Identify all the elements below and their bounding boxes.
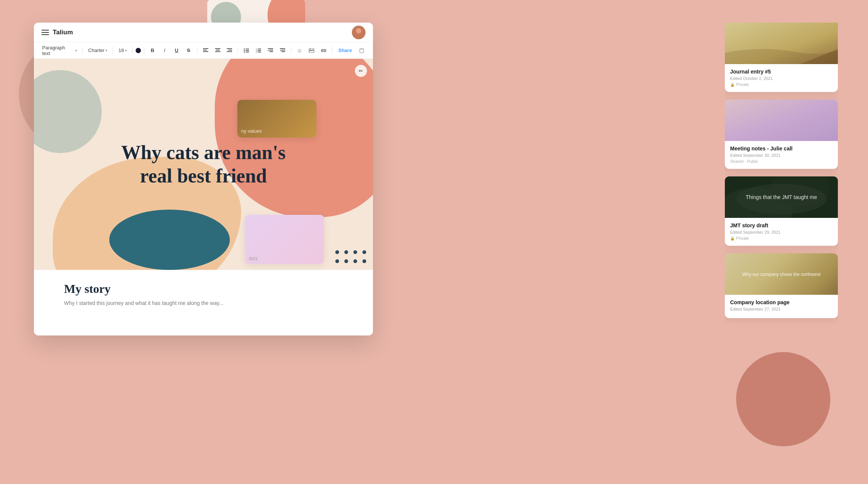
card-jmt-info: JMT story draft Edited September 29, 202… bbox=[725, 218, 838, 246]
delete-button[interactable] bbox=[356, 45, 367, 56]
ordered-list-button[interactable]: 1.2.3. bbox=[253, 45, 264, 56]
align-left-button[interactable] bbox=[200, 45, 211, 56]
card-company-info: Company location page Edited September 2… bbox=[725, 295, 838, 318]
svg-point-16 bbox=[244, 51, 245, 52]
svg-point-1 bbox=[356, 28, 361, 34]
card-meeting-notes-title: Meeting notes - Julie call bbox=[730, 146, 833, 152]
hero-heading: Why cats are man's real best friend bbox=[119, 141, 288, 188]
paragraph-style-select[interactable]: Paragraph text ▾ bbox=[40, 43, 79, 58]
align-center-button[interactable] bbox=[212, 45, 223, 56]
svg-text:3.: 3. bbox=[256, 51, 257, 53]
bg-decoration-right bbox=[736, 352, 830, 446]
blob-teal bbox=[109, 210, 230, 270]
app-window: Talium Paragraph text ▾ Charter ▾ 18 ▾ B bbox=[34, 23, 373, 335]
svg-rect-21 bbox=[258, 50, 261, 51]
italic-button[interactable]: I bbox=[159, 45, 170, 56]
dot-3[interactable] bbox=[353, 250, 357, 254]
dot-7[interactable] bbox=[353, 259, 357, 263]
jmt-lock-icon: 🔒 bbox=[730, 236, 735, 240]
partial-card-values: ny values bbox=[237, 100, 316, 138]
dot-4[interactable] bbox=[362, 250, 366, 254]
card-jmt-edited: Edited September 29, 2021 bbox=[730, 230, 833, 234]
toolbar-divider-7 bbox=[291, 47, 291, 54]
strikethrough-button[interactable]: S bbox=[183, 45, 194, 56]
svg-rect-24 bbox=[268, 48, 273, 49]
toolbar-divider-8 bbox=[332, 47, 332, 54]
svg-rect-37 bbox=[725, 100, 838, 141]
card-jmt-status: 🔒 Private bbox=[730, 236, 833, 240]
edit-hero-button[interactable]: ✏ bbox=[355, 65, 367, 77]
partial-card-date: 2021 bbox=[249, 256, 258, 261]
svg-point-14 bbox=[244, 50, 245, 51]
avatar[interactable] bbox=[352, 26, 365, 39]
menu-icon[interactable] bbox=[41, 30, 49, 35]
svg-rect-15 bbox=[246, 50, 249, 51]
toolbar-divider-2 bbox=[113, 47, 113, 54]
paragraph-style-arrow: ▾ bbox=[75, 49, 77, 52]
blob-gray bbox=[34, 70, 102, 153]
cards-panel: Journal entry #5 Edited October 2, 2021 … bbox=[725, 23, 838, 339]
card-company-thumb-image: Why our company chose the northwest bbox=[725, 253, 838, 295]
link-button[interactable] bbox=[318, 45, 329, 56]
svg-rect-5 bbox=[203, 51, 208, 52]
share-button[interactable]: Share bbox=[335, 46, 355, 55]
font-select[interactable]: Charter ▾ bbox=[86, 46, 110, 55]
editor-area[interactable]: Why cats are man's real best friend ✏ My… bbox=[34, 59, 373, 335]
lock-icon: 🔒 bbox=[730, 83, 735, 87]
app-logo: Talium bbox=[53, 29, 73, 36]
toolbar-divider-5 bbox=[197, 47, 197, 54]
card-jmt-thumb-text: Things that the JMT taught me bbox=[742, 190, 821, 204]
dot-2[interactable] bbox=[344, 250, 348, 254]
dot-6[interactable] bbox=[344, 259, 348, 263]
svg-rect-11 bbox=[227, 51, 232, 52]
svg-rect-30 bbox=[281, 51, 285, 52]
toolbar-divider-1 bbox=[83, 47, 83, 54]
image-button[interactable] bbox=[306, 45, 317, 56]
svg-rect-9 bbox=[227, 48, 232, 49]
font-size-arrow: ▾ bbox=[125, 49, 127, 52]
values-card-thumb-text: ny values bbox=[241, 128, 262, 134]
card-journal5-info: Journal entry #5 Edited October 2, 2021 … bbox=[725, 64, 838, 92]
svg-rect-7 bbox=[216, 50, 220, 51]
underline-button[interactable]: U bbox=[171, 45, 182, 56]
card-journal5-status: 🔒 Private bbox=[730, 82, 833, 87]
indent-button[interactable] bbox=[265, 45, 276, 56]
toolbar-divider-3 bbox=[132, 47, 133, 54]
card-journal5-title: Journal entry #5 bbox=[730, 69, 833, 75]
align-right-button[interactable] bbox=[224, 45, 235, 56]
outdent-button[interactable] bbox=[277, 45, 288, 56]
card-jmt-thumbnail: Things that the JMT taught me bbox=[725, 176, 838, 218]
card-jmt-title: JMT story draft bbox=[730, 222, 833, 228]
card-jmt[interactable]: Things that the JMT taught me JMT story … bbox=[725, 176, 838, 246]
svg-rect-19 bbox=[258, 49, 261, 49]
card-company-thumb-text: Why our company chose the northwest bbox=[742, 272, 820, 277]
card-meeting-notes[interactable]: Meeting notes - Julie call Edited Septem… bbox=[725, 100, 838, 169]
color-picker[interactable] bbox=[136, 48, 141, 53]
bold-button[interactable]: B bbox=[147, 45, 158, 56]
card-meeting-notes-thumbnail bbox=[725, 100, 838, 141]
card-jmt-thumb-image: Things that the JMT taught me bbox=[725, 176, 838, 218]
slide-dots[interactable] bbox=[331, 246, 373, 270]
svg-rect-25 bbox=[269, 50, 273, 51]
content-body[interactable]: Why I started this journey and what it h… bbox=[64, 299, 343, 307]
dot-5[interactable] bbox=[335, 259, 339, 263]
hero-title-container: Why cats are man's real best friend bbox=[119, 141, 288, 188]
emoji-button[interactable]: ☺ bbox=[294, 45, 305, 56]
svg-rect-23 bbox=[258, 52, 261, 52]
card-journal5-edited: Edited October 2, 2021 bbox=[730, 76, 833, 81]
font-size-select[interactable]: 18 ▾ bbox=[116, 46, 129, 55]
toolbar-divider-6 bbox=[238, 47, 238, 54]
dot-1[interactable] bbox=[335, 250, 339, 254]
svg-rect-26 bbox=[269, 51, 273, 52]
card-meeting-notes-status: Shared · Public bbox=[730, 159, 833, 164]
svg-rect-10 bbox=[228, 50, 232, 51]
svg-rect-3 bbox=[203, 48, 208, 49]
content-area[interactable]: My story Why I started this journey and … bbox=[34, 270, 373, 319]
svg-rect-34 bbox=[360, 49, 364, 53]
dot-8[interactable] bbox=[362, 259, 366, 263]
card-company[interactable]: Why our company chose the northwest Comp… bbox=[725, 253, 838, 318]
svg-point-12 bbox=[244, 48, 245, 49]
unordered-list-button[interactable] bbox=[241, 45, 252, 56]
svg-rect-17 bbox=[246, 52, 249, 52]
toolbar-divider-4 bbox=[144, 47, 144, 54]
